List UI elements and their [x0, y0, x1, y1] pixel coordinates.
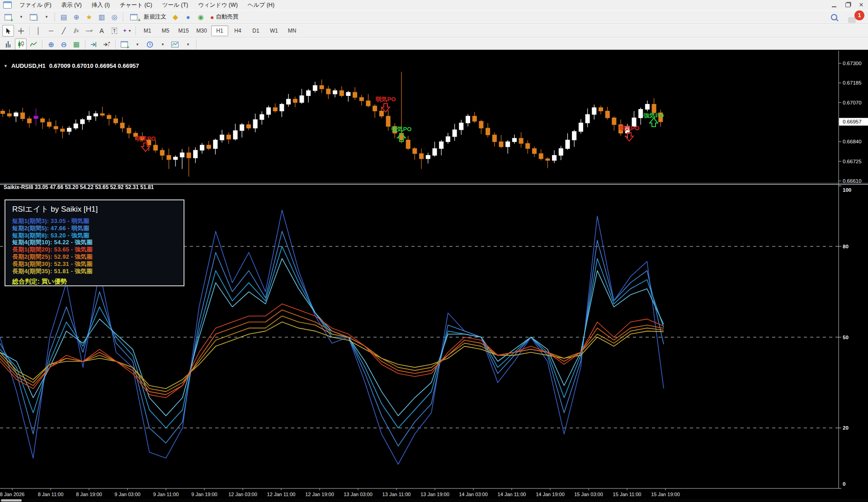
- templates-dropdown[interactable]: ▼: [182, 38, 193, 50]
- fibonacci-button[interactable]: ╌╌F: [83, 25, 95, 37]
- periods-button[interactable]: [144, 38, 156, 50]
- candle: [486, 128, 490, 135]
- zoom-out-button[interactable]: ⊖: [58, 38, 70, 50]
- signals-icon: ◉: [198, 13, 203, 21]
- cursor-button[interactable]: [2, 25, 14, 37]
- crosshair-button[interactable]: [15, 25, 27, 37]
- timeframe-m1[interactable]: M1: [139, 25, 156, 36]
- candle: [559, 148, 563, 155]
- time-tick-label: 9 Jan 11:00: [153, 492, 179, 497]
- chart-shift-button[interactable]: [101, 38, 113, 50]
- trendline-button[interactable]: ╱: [58, 25, 70, 37]
- indicator-header: Saikix-RSI8 33.05 47.66 53.20 54.22 53.6…: [4, 184, 154, 190]
- new-order-label[interactable]: 新規注文: [144, 13, 166, 21]
- community-button[interactable]: ●: [182, 11, 194, 23]
- candle: [120, 123, 124, 128]
- indicators-dropdown[interactable]: ▼: [131, 38, 143, 50]
- new-order-button[interactable]: +: [126, 11, 142, 23]
- channel-button[interactable]: ⫽E: [71, 25, 82, 37]
- time-tick-label: 12 Jan 11:00: [267, 492, 296, 497]
- h-scrollbar-thumb[interactable]: [1, 499, 22, 502]
- horizontal-scrollbar[interactable]: [0, 499, 868, 502]
- strategy-tester-button[interactable]: ◎: [108, 11, 120, 23]
- toolbar-separator: [42, 40, 42, 49]
- timeframe-m30[interactable]: M30: [193, 25, 210, 36]
- restore-icon: [845, 3, 850, 7]
- info-box-summary: 総合判定: 買い優勢: [12, 278, 184, 286]
- menu-file[interactable]: ファイル (F): [14, 0, 57, 10]
- timeframe-m15[interactable]: M15: [175, 25, 192, 36]
- data-window-button[interactable]: ⊕: [71, 11, 82, 23]
- close-button[interactable]: ×: [854, 0, 868, 9]
- auto-scroll-button[interactable]: [88, 38, 100, 50]
- time-tick-label: 15 Jan 11:00: [613, 492, 642, 497]
- candlestick-button[interactable]: [15, 38, 27, 50]
- vertical-line-button[interactable]: │: [33, 25, 44, 37]
- tile-windows-button[interactable]: ▦: [71, 38, 82, 50]
- timeframe-d1[interactable]: D1: [247, 25, 264, 36]
- candle: [300, 96, 304, 103]
- indicators-button[interactable]: +: [118, 38, 130, 50]
- timeframe-h4[interactable]: H4: [229, 25, 246, 36]
- candle: [605, 111, 609, 118]
- chart-window[interactable]: 弱気PO弱気PO強気PO弱気PO強気PO0.673000.671850.6707…: [0, 50, 868, 502]
- profiles-button[interactable]: [28, 11, 39, 23]
- timeframe-mn[interactable]: MN: [283, 25, 301, 36]
- metaeditor-button[interactable]: ◆: [170, 11, 181, 23]
- new-chart-button[interactable]: +: [2, 11, 14, 23]
- signals-button[interactable]: ◉: [195, 11, 207, 23]
- toolbar-standard: + ▼ ▼ ▤ ⊕ ★ ▥ ◎ + 新規注文 ◆ ● ◉ ● 自動売買 1: [0, 10, 868, 24]
- crosshair-icon: [18, 28, 24, 34]
- time-tick-label: 14 Jan 11:00: [498, 492, 526, 497]
- menu-window[interactable]: ウィンドウ (W): [193, 0, 243, 10]
- line-chart-button[interactable]: [28, 38, 39, 50]
- time-tick-label: 12 Jan 19:00: [305, 492, 334, 497]
- candle: [213, 140, 217, 149]
- toolbar-separator: [123, 13, 123, 22]
- candle: [566, 140, 570, 149]
- timeframe-w1[interactable]: W1: [265, 25, 283, 36]
- market-watch-button[interactable]: ▤: [58, 11, 70, 23]
- timeframe-m5[interactable]: M5: [157, 25, 174, 36]
- horizontal-line-button[interactable]: ─: [45, 25, 57, 37]
- candle: [612, 118, 616, 125]
- time-tick-label: 9 Jan 19:00: [191, 492, 217, 497]
- text-button[interactable]: A: [96, 25, 108, 37]
- templates-button[interactable]: [169, 38, 181, 50]
- new-chart-dropdown[interactable]: ▼: [15, 11, 27, 23]
- terminal-button[interactable]: ▥: [96, 11, 108, 23]
- info-box-rows: 短期1(期間3): 33.05 - 弱気圏短期2(期間5): 47.66 - 弱…: [12, 218, 184, 275]
- chart-symbol-timeframe: AUDUSD,H1: [11, 62, 46, 69]
- minimize-button[interactable]: [827, 0, 841, 9]
- timeframe-h1[interactable]: H1: [211, 25, 228, 36]
- price-tick-label: 0.66840: [843, 139, 862, 144]
- menu-charts[interactable]: チャート (C): [115, 0, 157, 10]
- chart-menu-caret-icon[interactable]: ▼: [4, 64, 8, 68]
- info-box-row: 長期2(期間25): 52.92 - 強気圏: [12, 253, 184, 260]
- menu-view[interactable]: 表示 (V): [57, 0, 87, 10]
- time-tick-label: 8 Jan 19:00: [76, 492, 102, 497]
- restore-button[interactable]: [841, 0, 854, 9]
- zoom-in-button[interactable]: ⊕: [45, 38, 57, 50]
- indicator-info-box: RSIエイト by Saikix [H1] 短期1(期間3): 33.05 - …: [5, 199, 184, 286]
- plus-icon: +: [138, 18, 141, 22]
- auto-trading-button[interactable]: ● 自動売買: [208, 11, 244, 23]
- periods-dropdown[interactable]: ▼: [156, 38, 168, 50]
- menu-help[interactable]: ヘルプ (H): [243, 0, 279, 10]
- profiles-dropdown[interactable]: ▼: [40, 11, 52, 23]
- candle: [200, 145, 204, 150]
- text-label-button[interactable]: T: [108, 25, 120, 37]
- search-icon[interactable]: [831, 14, 837, 20]
- chevron-down-icon: ▼: [136, 43, 139, 47]
- navigator-button[interactable]: ★: [83, 11, 95, 23]
- notifications[interactable]: 1: [847, 11, 864, 23]
- menu-insert[interactable]: 挿入 (I): [87, 0, 115, 10]
- shapes-button[interactable]: ✦▼: [121, 25, 133, 37]
- candle: [94, 114, 98, 116]
- toolbar-right-tools: 1: [831, 11, 864, 23]
- candle: [61, 129, 65, 132]
- tile-windows-icon: ▦: [73, 40, 80, 48]
- bar-chart-button[interactable]: [2, 38, 14, 50]
- candle: [113, 118, 118, 123]
- menu-tools[interactable]: ツール (T): [157, 0, 193, 10]
